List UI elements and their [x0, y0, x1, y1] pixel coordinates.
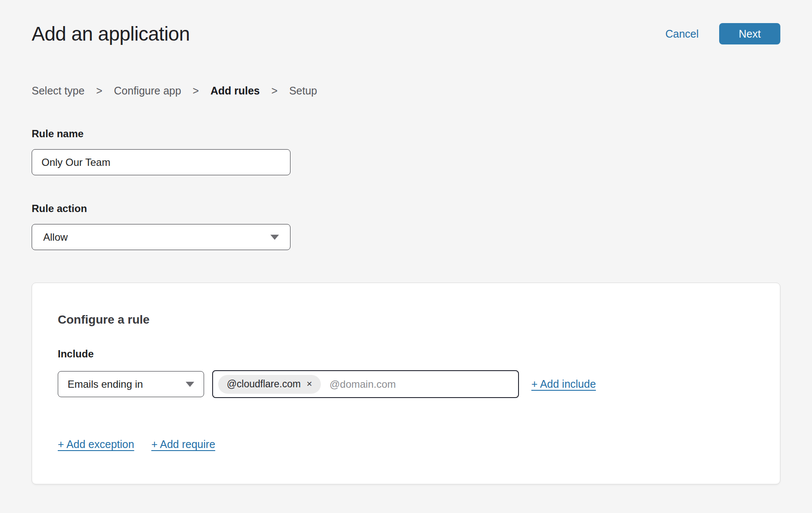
breadcrumb-step-add-rules[interactable]: Add rules — [210, 85, 260, 97]
add-include-link[interactable]: + Add include — [531, 378, 596, 390]
rule-name-input[interactable] — [32, 149, 290, 175]
configure-rule-card: Configure a rule Include Emails ending i… — [32, 283, 780, 484]
domain-entry-input[interactable] — [329, 378, 512, 390]
rule-name-label: Rule name — [32, 128, 780, 140]
breadcrumb-step-select-type[interactable]: Select type — [32, 85, 85, 97]
breadcrumb-separator: > — [271, 85, 278, 97]
next-button[interactable]: Next — [719, 23, 780, 44]
breadcrumb-step-configure-app[interactable]: Configure app — [114, 85, 181, 97]
breadcrumb: Select type > Configure app > Add rules … — [32, 85, 780, 97]
email-domain-chip: @cloudflare.com ✕ — [218, 375, 321, 394]
email-domains-input[interactable]: @cloudflare.com ✕ — [212, 370, 519, 398]
card-title: Configure a rule — [58, 313, 754, 327]
chevron-down-icon — [186, 382, 194, 387]
chevron-down-icon — [270, 235, 279, 240]
remove-chip-icon[interactable]: ✕ — [306, 380, 312, 388]
breadcrumb-step-setup[interactable]: Setup — [289, 85, 317, 97]
rule-extra-links: + Add exception + Add require — [58, 438, 754, 451]
include-criteria-value: Emails ending in — [68, 378, 143, 390]
rule-action-value: Allow — [43, 231, 68, 243]
include-row: Emails ending in @cloudflare.com ✕ + Add… — [58, 370, 754, 398]
chip-label: @cloudflare.com — [227, 378, 301, 390]
add-exception-link[interactable]: + Add exception — [58, 438, 134, 451]
header-actions: Cancel Next — [665, 23, 780, 44]
header: Add an application Cancel Next — [32, 22, 780, 45]
rule-name-field: Rule name — [32, 128, 780, 175]
rule-action-label: Rule action — [32, 203, 780, 215]
cancel-button[interactable]: Cancel — [665, 28, 699, 40]
page-title: Add an application — [32, 22, 190, 45]
add-application-page: Add an application Cancel Next Select ty… — [0, 0, 812, 513]
include-criteria-select[interactable]: Emails ending in — [58, 371, 204, 397]
rule-action-field: Rule action Allow — [32, 203, 780, 250]
breadcrumb-separator: > — [96, 85, 103, 97]
rule-action-select[interactable]: Allow — [32, 224, 290, 250]
include-label: Include — [58, 348, 754, 360]
add-require-link[interactable]: + Add require — [151, 438, 215, 451]
breadcrumb-separator: > — [193, 85, 199, 97]
